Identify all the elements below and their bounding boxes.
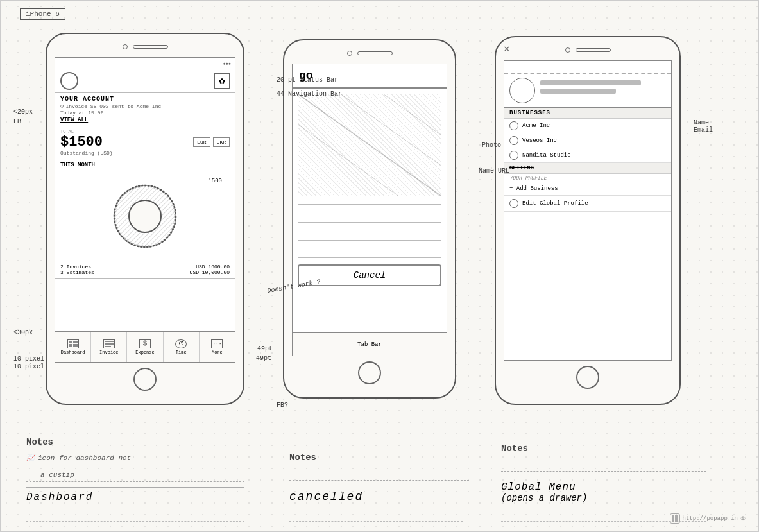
p3-radio-edit [509, 199, 518, 208]
page-number: ① [740, 515, 746, 522]
p1-tab-dashboard[interactable]: Dashboard [55, 332, 91, 362]
fb2-annotation: FB? [277, 402, 288, 409]
notes-section-1: Notes 📈 icon for dashboard not a custip … [26, 437, 244, 522]
globe-icon: ⊙ [60, 103, 64, 110]
p1-eur-btn[interactable]: EUR [193, 137, 210, 147]
p3-business-nandita[interactable]: Nandita Studio [504, 148, 671, 163]
svg-line-6 [341, 94, 441, 166]
tab-time-label: Time [176, 350, 187, 355]
notes-label-1: Notes [26, 437, 244, 447]
wireframe-page: iPhone 6 ●●● ✿ YOUR ACCOUNT ⊙ Invoice [0, 0, 759, 532]
speaker-3 [576, 48, 611, 52]
phone-screen-1: ●●● ✿ YOUR ACCOUNT ⊙ Invoice SB-002 sent… [55, 57, 235, 363]
invoice-icon [103, 339, 115, 348]
px-30-annotation: <30px [13, 329, 33, 336]
p1-currency-btns: EUR CKR [193, 137, 230, 147]
phone-screen-3: BUSINESSES Acme Inc Veseos Inc Nandita S… [504, 60, 672, 361]
p1-avatar-icon [60, 72, 78, 90]
phone-frame-3: ✕ BUSINESSES Acme Inc [495, 36, 681, 405]
p3-radio-nandita [509, 151, 518, 160]
p1-amount-value: $1500 [60, 134, 103, 150]
notes-label-3: Notes [501, 443, 706, 454]
phone-screen-2: go Cancel [292, 64, 447, 356]
tab-expense-label: Expense [135, 350, 154, 355]
p1-invoice-date: Today at 15.0€ [60, 110, 230, 116]
name-annotation-line: Name [694, 119, 713, 126]
notes-dashed-line-2 [289, 510, 463, 522]
chart-mini-icon: 📈 [26, 454, 34, 462]
p1-outstanding-label: Outstanding (USD) [60, 150, 230, 156]
svg-point-2 [129, 200, 161, 232]
home-button-1[interactable] [133, 368, 157, 391]
notes-label-2: Notes [289, 452, 463, 463]
p1-amount-section: TOTAL $1500 EUR CKR Outstanding (USD) [55, 126, 235, 159]
x-annotation: ✕ [504, 42, 510, 55]
p1-tab-bar: Dashboard Invoice $ Expense ⏱ Time [55, 331, 235, 362]
photo-annotation: Photo [482, 142, 501, 149]
p1-settings-icon: ✿ [214, 73, 230, 89]
p1-tab-time[interactable]: ⏱ Time [164, 332, 200, 362]
p1-donut-chart [110, 181, 180, 252]
p3-businesses-title: BUSINESSES [504, 108, 671, 119]
p2-row-2 [298, 222, 441, 240]
p1-total-label: TOTAL [60, 129, 230, 134]
opens-drawer-label: (opens a drawer) [501, 493, 706, 503]
p3-settings-title: SETTING [504, 163, 671, 174]
phone-frame-1: ●●● ✿ YOUR ACCOUNT ⊙ Invoice SB-002 sent… [46, 33, 244, 405]
p2-tab-bar-label: Tab Bar [357, 341, 382, 348]
p1-estimates-amount: USD 10,000.00 [190, 270, 230, 275]
expense-icon: $ [139, 339, 151, 348]
name-url-annotation: Name URL [479, 167, 509, 175]
notes-dashed-line-1 [26, 510, 244, 522]
phone-top-bar-1 [47, 38, 243, 56]
px-20-annotation: <20px [13, 108, 33, 116]
notes-content-2 [289, 467, 469, 486]
fb-annotation: FB [13, 118, 21, 125]
p2-image-area [298, 94, 441, 196]
notes-title-1: Dashboard [26, 492, 244, 506]
p3-business-acme[interactable]: Acme Inc [504, 119, 671, 133]
notes-content-1: 📈 icon for dashboard not a custip [26, 451, 244, 488]
svg-line-8 [298, 124, 398, 196]
p1-invoices-stat: 2 Invoices [60, 264, 94, 270]
p1-amount-row: $1500 EUR CKR [60, 134, 230, 150]
speaker-2 [357, 51, 393, 55]
p1-view-all[interactable]: VIEW ALL [60, 117, 230, 123]
p3-add-business[interactable]: + Add Business [504, 182, 671, 196]
p3-add-business-label: + Add Business [509, 185, 558, 192]
camera-3 [565, 47, 570, 53]
global-menu-label: Global Menu [501, 481, 706, 493]
tab-invoice-label: Invoice [99, 350, 118, 355]
name-email-annotation: Name Email [694, 119, 713, 133]
p1-ckr-btn[interactable]: CKR [213, 137, 230, 147]
phone-top-bar-3 [496, 41, 679, 59]
p1-tab-invoice[interactable]: Invoice [91, 332, 127, 362]
home-button-3[interactable] [576, 366, 599, 389]
notes-text-1b: a custip [40, 471, 74, 479]
p3-edit-profile[interactable]: Edit Global Profile [504, 196, 671, 212]
dashboard-title-label: Dashboard [26, 492, 93, 503]
p3-radio-veseos [509, 136, 518, 145]
p1-invoices-amount: USD 1600.00 [190, 264, 230, 270]
p2-row-1 [298, 204, 441, 222]
p1-this-month-label: THIS MONTH [55, 159, 235, 171]
p3-business-veseos[interactable]: Veseos Inc [504, 133, 671, 148]
pixel-10b-annotation: 10 pixel [13, 363, 44, 370]
p1-stats: 2 Invoices 3 Estimates USD 1600.00 USD 1… [55, 261, 235, 279]
phone-top-bar-2 [284, 44, 455, 62]
p1-tab-expense[interactable]: $ Expense [127, 332, 163, 362]
p3-profile-header [504, 74, 671, 108]
p2-sketch-lines [298, 94, 441, 196]
device-label: iPhone 6 [20, 8, 65, 20]
camera-2 [347, 51, 352, 56]
popapp-icon [670, 513, 680, 524]
notes-title-2: cancelled [289, 490, 463, 506]
p3-your-profile-label: YOUR PROFILE [504, 174, 671, 182]
home-button-2[interactable] [358, 361, 381, 384]
p3-business-name-acme: Acme Inc [522, 123, 550, 129]
more-icon: ··· [211, 339, 223, 348]
p1-tab-more[interactable]: ··· More [200, 332, 235, 362]
notes-line-1a: 📈 icon for dashboard not [26, 451, 244, 465]
notes-section-3: Notes Global Menu (opens a drawer) [501, 443, 706, 522]
p1-stats-right: USD 1600.00 USD 10,000.00 [190, 264, 230, 275]
